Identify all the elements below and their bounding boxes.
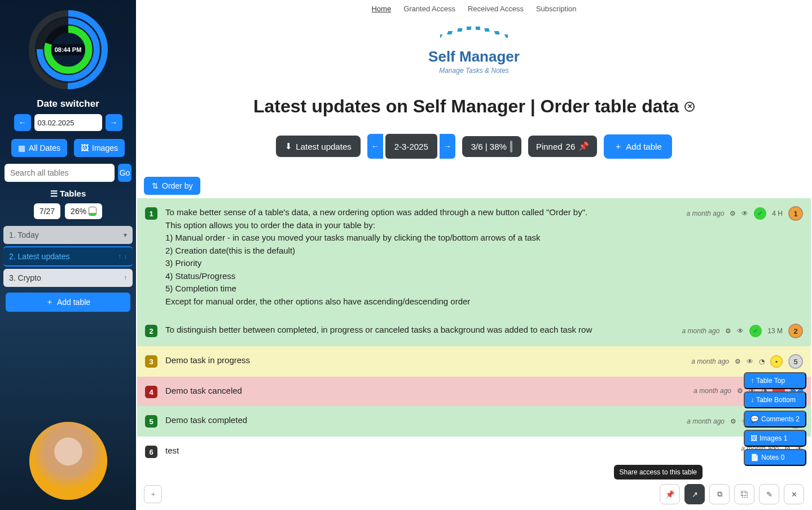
page-title: Latest updates on Self Manager | Order t… xyxy=(136,96,812,117)
images-button[interactable]: 🖼 Images xyxy=(74,139,125,157)
toolbar-date-next[interactable]: → xyxy=(440,134,455,159)
share-tooltip: Share access to this table xyxy=(614,465,703,480)
sidebar-add-table-button[interactable]: ＋ Add table xyxy=(6,293,130,312)
reorder-arrows[interactable]: ↑↓ xyxy=(118,252,127,260)
priority-badge[interactable]: 1 xyxy=(788,206,803,221)
sidebar-item-label: 3. Crypto xyxy=(9,273,41,282)
add-row-button[interactable]: ＋ xyxy=(144,485,162,503)
sidebar-table-latest-updates[interactable]: 2. Latest updates ↑↓ xyxy=(3,246,133,267)
priority-badge[interactable]: 5 xyxy=(788,354,803,369)
avatar[interactable] xyxy=(29,422,107,500)
status-progress-icon[interactable]: ▪ xyxy=(770,355,783,368)
eye-slash-icon[interactable]: 👁 xyxy=(747,358,753,365)
grid-icon: ▦ xyxy=(18,143,25,152)
pin-icon: 📌 xyxy=(578,141,589,151)
comments-button[interactable]: 💬Comments 2 xyxy=(744,411,806,428)
svg-rect-9 xyxy=(467,27,472,30)
clock-icon[interactable]: ◔ xyxy=(759,358,765,365)
table-top-button[interactable]: ↑Table Top xyxy=(744,372,806,389)
task-text: To make better sense of a table's data, … xyxy=(165,206,679,308)
share-button[interactable]: ↗ xyxy=(684,484,705,504)
nav-home[interactable]: Home xyxy=(371,5,391,13)
menu-icon: ☰ xyxy=(50,189,58,198)
nav-received-access[interactable]: Received Access xyxy=(468,5,524,13)
main-content: Home Granted Access Received Access Subs… xyxy=(136,0,812,510)
task-row[interactable]: 5Demo task completeda month ago⚙👁✔3 S5 xyxy=(137,406,811,437)
table-bottom-button[interactable]: ↓Table Bottom xyxy=(744,391,806,408)
task-meta: a month ago⚙👁◔▪5 xyxy=(691,354,803,369)
toolbar-date-prev[interactable]: ← xyxy=(367,134,383,159)
task-duration: 4 H xyxy=(772,210,783,217)
date-input[interactable] xyxy=(34,114,102,131)
comment-icon: 💬 xyxy=(750,415,759,423)
copy-button[interactable]: ⧉ xyxy=(709,484,730,504)
notes-button[interactable]: 📄Notes 0 xyxy=(744,449,806,466)
date-next-button[interactable]: → xyxy=(106,114,122,131)
duplicate-button[interactable]: ⿻ xyxy=(734,484,754,504)
latest-updates-label: Latest updates xyxy=(296,142,351,151)
task-timestamp: a month ago xyxy=(687,417,725,425)
share-icon: ↗ xyxy=(692,490,698,499)
search-input[interactable] xyxy=(5,164,115,182)
close-circle-icon[interactable]: ✕ xyxy=(684,102,695,112)
status-done-icon[interactable]: ✔ xyxy=(754,207,766,220)
sidebar-table-today[interactable]: 1. Today ▾ xyxy=(3,226,133,244)
image-icon: 🖼 xyxy=(81,143,89,152)
task-row[interactable]: 4Demo task canceleda month ago⚙👁◔✕ xyxy=(137,377,811,406)
svg-rect-6 xyxy=(440,34,442,38)
task-row[interactable]: 2To distinguish better between completed… xyxy=(137,316,811,346)
task-number-badge: 6 xyxy=(145,446,157,458)
date-prev-button[interactable]: ← xyxy=(14,114,31,131)
table-bottom-label: Table Bottom xyxy=(756,396,796,404)
clock-widget: 08:44 PM xyxy=(3,6,133,97)
progress-indicator: 3/6 | 38% xyxy=(462,136,521,157)
arrow-up-icon[interactable]: ↑ xyxy=(124,274,127,282)
note-icon: 📄 xyxy=(750,454,759,461)
progress-icon xyxy=(89,207,96,216)
task-row[interactable]: 6testa month ago⚙👁 xyxy=(137,437,811,466)
clock-time: 08:44 PM xyxy=(51,44,85,55)
arrow-up-icon: ↑ xyxy=(750,377,754,385)
sidebar: 08:44 PM Date switcher ← → ▦ All Dates 🖼… xyxy=(0,0,136,510)
priority-badge[interactable]: 2 xyxy=(788,324,803,338)
floating-actions: ↑Table Top ↓Table Bottom 💬Comments 2 🖼Im… xyxy=(744,372,806,466)
nav-subscription[interactable]: Subscription xyxy=(536,5,577,13)
nav-granted-access[interactable]: Granted Access xyxy=(403,5,455,13)
order-by-button[interactable]: ⇅ Order by xyxy=(144,177,200,195)
download-icon: ⬇ xyxy=(285,141,292,151)
delete-button[interactable]: ✕ xyxy=(784,484,804,504)
images-float-label: Images 1 xyxy=(760,434,787,442)
close-icon: ✕ xyxy=(791,490,797,499)
edit-icon: ✎ xyxy=(766,490,773,499)
arrow-up-icon[interactable]: ↑ xyxy=(118,252,121,260)
pin-icon: 📌 xyxy=(665,490,675,499)
gear-icon[interactable]: ⚙ xyxy=(737,387,743,395)
tables-header: ☰ Tables xyxy=(3,189,133,199)
status-done-icon[interactable]: ✔ xyxy=(749,325,762,337)
eye-slash-icon[interactable]: 👁 xyxy=(737,327,744,335)
gear-icon[interactable]: ⚙ xyxy=(735,358,741,365)
all-dates-button[interactable]: ▦ All Dates xyxy=(11,139,67,157)
pin-table-button[interactable]: 📌 xyxy=(660,484,680,504)
arrow-down-icon[interactable]: ↓ xyxy=(124,252,127,260)
chevron-down-icon: ▾ xyxy=(124,231,127,239)
sidebar-table-crypto[interactable]: 3. Crypto ↑ xyxy=(3,269,133,287)
pinned-button[interactable]: Pinned 26 📌 xyxy=(528,136,597,157)
date-switcher-title: Date switcher xyxy=(3,98,133,110)
edit-button[interactable]: ✎ xyxy=(759,484,779,504)
search-go-button[interactable]: Go xyxy=(118,164,131,182)
toolbar-date[interactable]: 2-3-2025 xyxy=(385,134,437,159)
eye-slash-icon[interactable]: 👁 xyxy=(741,210,748,217)
task-row[interactable]: 3Demo task in progressa month ago⚙👁◔▪5 xyxy=(137,346,811,377)
gear-icon[interactable]: ⚙ xyxy=(730,417,736,425)
float-images-button[interactable]: 🖼Images 1 xyxy=(744,430,806,447)
add-table-button[interactable]: ＋ Add table xyxy=(604,134,671,159)
task-text: To distinguish better between completed,… xyxy=(165,324,674,337)
brand-tagline: Manage Tasks & Notes xyxy=(136,67,812,75)
brand-name: Self Manager xyxy=(136,48,812,66)
top-nav: Home Granted Access Received Access Subs… xyxy=(136,0,812,15)
gear-icon[interactable]: ⚙ xyxy=(725,327,731,335)
gear-icon[interactable]: ⚙ xyxy=(730,210,736,217)
task-row[interactable]: 1To make better sense of a table's data,… xyxy=(137,198,811,316)
latest-updates-button[interactable]: ⬇ Latest updates xyxy=(276,136,360,157)
